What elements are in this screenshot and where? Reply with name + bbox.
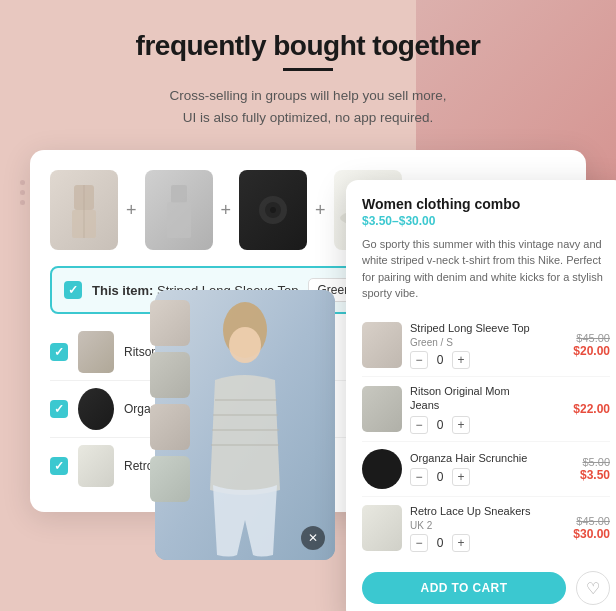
overlay-card: Women clothing combo $3.50–$30.00 Go spo… bbox=[346, 180, 616, 611]
combo-item-info-1: Striped Long Sleeve Top Green / S − 0 + bbox=[410, 321, 542, 369]
thumb-4[interactable] bbox=[150, 456, 190, 502]
combo-description: Go sporty this summer with this vintage … bbox=[362, 236, 610, 302]
combo-orig-3: $5.00 bbox=[550, 456, 610, 468]
list-item-checkbox-2[interactable] bbox=[50, 400, 68, 418]
heart-icon: ♡ bbox=[586, 579, 600, 598]
combo-sale-4: $30.00 bbox=[550, 527, 610, 541]
thumb-2[interactable] bbox=[150, 352, 190, 398]
qty-minus-3[interactable]: − bbox=[410, 468, 428, 486]
combo-orig-1: $45.00 bbox=[550, 332, 610, 344]
combo-sale-1: $20.00 bbox=[550, 344, 610, 358]
combo-item-name-2: Ritson Original Mom Jeans bbox=[410, 384, 542, 413]
list-item-thumb-2 bbox=[78, 388, 114, 430]
combo-item-img-4 bbox=[362, 505, 402, 551]
this-item-checkbox[interactable] bbox=[64, 281, 82, 299]
combo-item-variant-1: Green / S bbox=[410, 337, 542, 348]
combo-item-pricing-3: $5.00 $3.50 bbox=[550, 456, 610, 482]
combo-price-range: $3.50–$30.00 bbox=[362, 214, 610, 228]
title-underline bbox=[283, 68, 333, 71]
combo-item-img-2 bbox=[362, 386, 402, 432]
svg-point-11 bbox=[229, 327, 261, 363]
combo-orig-4: $45.00 bbox=[550, 515, 610, 527]
combo-sale-3: $3.50 bbox=[550, 468, 610, 482]
qty-plus-3[interactable]: + bbox=[452, 468, 470, 486]
plus-3: + bbox=[315, 200, 326, 221]
combo-item-img-1 bbox=[362, 322, 402, 368]
combo-item-info-4: Retro Lace Up Sneakers UK 2 − 0 + bbox=[410, 504, 542, 552]
combo-item-info-2: Ritson Original Mom Jeans − 0 + bbox=[410, 384, 542, 434]
qty-minus-1[interactable]: − bbox=[410, 351, 428, 369]
qty-plus-2[interactable]: + bbox=[452, 416, 470, 434]
qty-control-1: − 0 + bbox=[410, 351, 542, 369]
plus-2: + bbox=[221, 200, 232, 221]
combo-title: Women clothing combo bbox=[362, 196, 610, 212]
list-item-checkbox-3[interactable] bbox=[50, 457, 68, 475]
combo-item-img-3 bbox=[362, 449, 402, 489]
qty-value-3: 0 bbox=[434, 470, 446, 484]
combo-item: Retro Lace Up Sneakers UK 2 − 0 + $45.00… bbox=[362, 497, 610, 559]
product-image-3 bbox=[239, 170, 307, 250]
thumbnail-strip bbox=[150, 300, 190, 502]
list-item-checkbox-1[interactable] bbox=[50, 343, 68, 361]
plus-1: + bbox=[126, 200, 137, 221]
wishlist-button[interactable]: ♡ bbox=[576, 571, 610, 605]
combo-sale-2: $22.00 bbox=[550, 402, 610, 416]
page-title: frequently bought together bbox=[30, 30, 586, 62]
qty-value-1: 0 bbox=[434, 353, 446, 367]
combo-add-to-cart-button[interactable]: ADD TO CART bbox=[362, 572, 566, 604]
qty-plus-1[interactable]: + bbox=[452, 351, 470, 369]
qty-minus-2[interactable]: − bbox=[410, 416, 428, 434]
svg-rect-3 bbox=[171, 185, 187, 203]
combo-item-pricing-4: $45.00 $30.00 bbox=[550, 515, 610, 541]
combo-item-variant-4: UK 2 bbox=[410, 520, 542, 531]
svg-point-7 bbox=[270, 207, 276, 213]
list-item-thumb-1 bbox=[78, 331, 114, 373]
combo-item-name-1: Striped Long Sleeve Top bbox=[410, 321, 542, 335]
product-image-2 bbox=[145, 170, 213, 250]
qty-value-2: 0 bbox=[434, 418, 446, 432]
subtitle: Cross-selling in groups will help you se… bbox=[30, 85, 586, 128]
combo-item-info-3: Organza Hair Scrunchie − 0 + bbox=[410, 451, 542, 486]
combo-items-list: Striped Long Sleeve Top Green / S − 0 + … bbox=[362, 314, 610, 559]
combo-item: Ritson Original Mom Jeans − 0 + $22.00 bbox=[362, 377, 610, 442]
qty-value-4: 0 bbox=[434, 536, 446, 550]
list-item-thumb-3 bbox=[78, 445, 114, 487]
product-image-1 bbox=[50, 170, 118, 250]
svg-rect-4 bbox=[167, 202, 191, 238]
close-model-button[interactable]: ✕ bbox=[301, 526, 325, 550]
combo-item: Organza Hair Scrunchie − 0 + $5.00 $3.50 bbox=[362, 442, 610, 497]
combo-item: Striped Long Sleeve Top Green / S − 0 + … bbox=[362, 314, 610, 377]
qty-plus-4[interactable]: + bbox=[452, 534, 470, 552]
qty-control-2: − 0 + bbox=[410, 416, 542, 434]
combo-item-name-3: Organza Hair Scrunchie bbox=[410, 451, 542, 465]
qty-control-3: − 0 + bbox=[410, 468, 542, 486]
combo-item-pricing-2: $22.00 bbox=[550, 402, 610, 416]
combo-item-pricing-1: $45.00 $20.00 bbox=[550, 332, 610, 358]
combo-item-name-4: Retro Lace Up Sneakers bbox=[410, 504, 542, 518]
thumb-3[interactable] bbox=[150, 404, 190, 450]
thumb-1[interactable] bbox=[150, 300, 190, 346]
combo-footer: ADD TO CART ♡ bbox=[362, 571, 610, 605]
qty-minus-4[interactable]: − bbox=[410, 534, 428, 552]
qty-control-4: − 0 + bbox=[410, 534, 542, 552]
